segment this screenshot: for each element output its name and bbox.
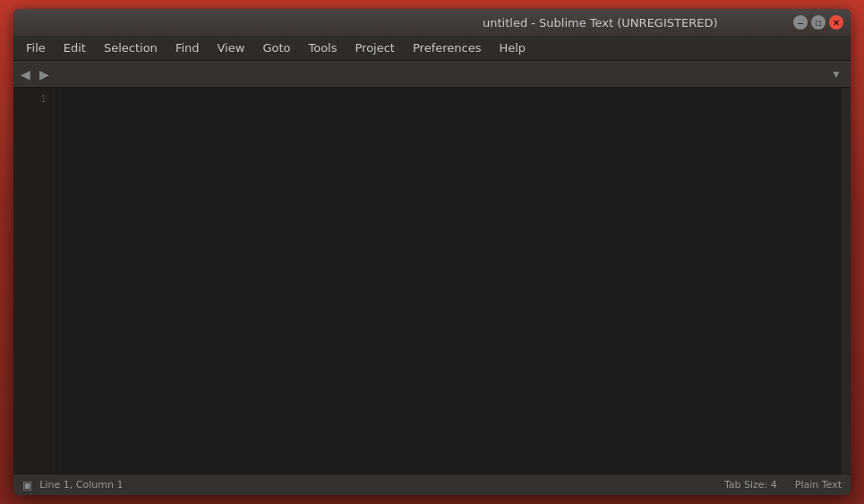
tabbar: ◀ ▶ ▼: [13, 61, 851, 88]
tab-nav-right[interactable]: ▶: [36, 66, 53, 82]
statusbar-position: Line 1, Column 1: [39, 479, 123, 491]
line-number-gutter: 1: [13, 88, 56, 474]
statusbar-syntax[interactable]: Plain Text: [795, 479, 842, 491]
vertical-scrollbar[interactable]: [842, 88, 851, 474]
sublime-text-window: untitled - Sublime Text (UNREGISTERED) –…: [13, 9, 851, 495]
tabbar-right: ▼: [826, 66, 847, 82]
editor-content[interactable]: [56, 88, 842, 474]
tab-nav-left[interactable]: ◀: [17, 66, 34, 82]
minimize-button[interactable]: –: [793, 15, 808, 30]
statusbar-file-icon: ▣: [22, 479, 32, 491]
titlebar: untitled - Sublime Text (UNREGISTERED) –…: [13, 9, 851, 36]
window-title: untitled - Sublime Text (UNREGISTERED): [407, 16, 794, 30]
menu-edit[interactable]: Edit: [55, 38, 95, 58]
menubar: File Edit Selection Find View Goto Tools…: [13, 36, 851, 61]
menu-find[interactable]: Find: [167, 38, 209, 58]
tabbar-nav: ◀ ▶: [17, 66, 53, 82]
menu-tools[interactable]: Tools: [299, 38, 346, 58]
statusbar-right: Tab Size: 4 Plain Text: [724, 479, 842, 491]
menu-view[interactable]: View: [209, 38, 254, 58]
tab-dropdown-button[interactable]: ▼: [826, 66, 847, 82]
menu-preferences[interactable]: Preferences: [404, 38, 490, 58]
statusbar-left: ▣ Line 1, Column 1: [22, 479, 123, 491]
menu-file[interactable]: File: [17, 38, 55, 58]
maximize-button[interactable]: □: [811, 15, 826, 30]
window-controls: – □ ✕: [793, 15, 843, 30]
editor-container: 1: [13, 88, 851, 474]
statusbar: ▣ Line 1, Column 1 Tab Size: 4 Plain Tex…: [13, 474, 851, 495]
line-number-1: 1: [13, 91, 56, 107]
menu-goto[interactable]: Goto: [253, 38, 299, 58]
close-button[interactable]: ✕: [829, 15, 843, 30]
menu-help[interactable]: Help: [490, 38, 535, 58]
menu-selection[interactable]: Selection: [95, 38, 167, 58]
menu-project[interactable]: Project: [346, 38, 403, 58]
statusbar-tab-size[interactable]: Tab Size: 4: [724, 479, 777, 491]
